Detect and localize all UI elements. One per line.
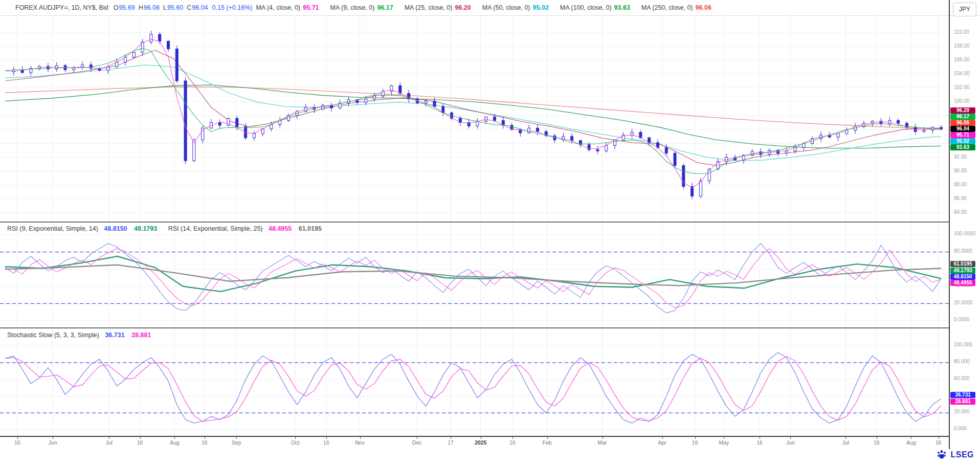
time-axis-label: Jul (842, 439, 849, 446)
stoch-k-value: 36.731 (105, 332, 124, 339)
time-axis-label: Jun (49, 439, 57, 446)
lseg-logo-text: LSEG (950, 450, 974, 459)
y-axis-tick: 20.0000 (954, 300, 972, 305)
ohlc-l: L95.60 (163, 0, 183, 15)
price-badge: 48.8150 (950, 274, 975, 280)
y-axis-tick: 92.00 (954, 154, 967, 160)
time-axis-tick (174, 437, 175, 439)
ma-legend-item[interactable]: MA (100, close, 0)93.63 (560, 0, 630, 15)
main-chart-canvas[interactable] (0, 15, 949, 222)
time-axis-tick (326, 437, 327, 439)
time-axis-label: Aug (170, 439, 180, 446)
time-axis-tick (140, 437, 141, 439)
time-axis-tick (360, 437, 361, 439)
time-axis-tick (603, 437, 603, 439)
instrument-title[interactable]: FOREX AUDJPY=, 1D, NY$, Bid (15, 4, 108, 11)
time-axis-label: 16 (692, 439, 698, 446)
rsi9-label[interactable]: RSI (9, Exponential, Simple, 14) (7, 225, 98, 232)
rsi14-value: 48.4955 (269, 225, 292, 232)
time-axis-tick (877, 437, 877, 439)
stoch-legend[interactable]: Stochastic Slow (5, 3, 3, Simple) 36.731… (7, 332, 156, 339)
chart-legend-bar: FOREX AUDJPY=, 1D, NY$, BidO95.69H96.08L… (0, 0, 949, 15)
time-axis-tick (939, 437, 939, 439)
y-axis-tick: 84.00 (954, 209, 967, 215)
ma-legend-item[interactable]: MA (4, close, 0)95.71 (256, 0, 319, 15)
stoch-d-value: 28.881 (131, 332, 151, 339)
time-axis-label: 2025 (475, 439, 486, 446)
time-axis-tick (205, 437, 205, 439)
rsi9-signal-value: 49.1793 (134, 225, 157, 232)
price-badge: 95.02 (950, 138, 975, 144)
ohlc-c: C96.04 (187, 0, 208, 15)
time-axis-label: 16 (936, 439, 942, 446)
y-axis-tick: 86.00 (954, 195, 967, 201)
footer: LSEG (936, 448, 974, 461)
chart-application: FOREX AUDJPY=, 1D, NY$, BidO95.69H96.08L… (0, 0, 980, 463)
rsi14-label[interactable]: RSI (14, Exponential, Simple, 25) (168, 225, 263, 232)
stoch-label[interactable]: Stochastic Slow (5, 3, 3, Simple) (7, 332, 99, 339)
time-axis-tick (513, 437, 513, 439)
y-axis-tick: 88.00 (954, 182, 967, 187)
price-badge: 96.06 (950, 120, 975, 126)
time-axis-tick (790, 437, 791, 439)
stoch-canvas[interactable] (0, 328, 949, 436)
time-axis-label: 16 (509, 439, 516, 446)
ohlc-o: O95.69 (114, 0, 135, 15)
y-axis-tick: 80.0000 (954, 248, 972, 254)
y-axis-tick: 110.00 (954, 29, 969, 35)
rsi-canvas[interactable] (0, 223, 949, 327)
ma-legend-item[interactable]: MA (250, close, 0)96.06 (641, 0, 711, 15)
time-axis-tick (295, 437, 296, 439)
time-axis-tick (911, 437, 911, 439)
time-axis-label: Jun (786, 439, 795, 446)
time-axis-label: Oct (291, 439, 299, 446)
y-axis-tick: 100.00 (954, 98, 970, 104)
time-axis-tick (845, 437, 846, 439)
rsi9-value: 48.8150 (104, 225, 127, 232)
time-axis-label: Apr (658, 439, 666, 446)
y-axis-tick: 100.0000 (954, 231, 975, 236)
price-axis[interactable]: 110.00108.00106.00104.00102.00100.0092.0… (950, 0, 980, 449)
time-axis-tick (109, 437, 109, 439)
time-axis-label: 16 (137, 439, 143, 446)
price-badge: 96.17 (950, 114, 975, 120)
price-badge: 36.731 (950, 392, 975, 398)
rsi14-signal-value: 61.0195 (299, 225, 322, 232)
price-badge: 48.4955 (950, 280, 975, 286)
time-axis-tick (724, 437, 724, 439)
time-axis-label: 17 (448, 439, 454, 446)
price-badge: 93.63 (950, 144, 975, 150)
time-axis-tick (451, 437, 451, 439)
y-axis-tick: 0.0000 (954, 317, 970, 322)
ohlc-h: H96.08 (139, 0, 160, 15)
time-axis-label: Feb (543, 439, 552, 446)
rsi-legend[interactable]: RSI (9, Exponential, Simple, 14) 48.8150… (7, 225, 327, 232)
y-axis-tick: 60.000 (954, 376, 970, 381)
time-axis-label: 16 (14, 439, 20, 446)
time-axis-tick (662, 437, 663, 439)
time-axis-label: Jul (105, 439, 112, 446)
price-badge: 96.20 (950, 107, 975, 114)
y-axis-tick: 108.00 (954, 43, 970, 49)
y-axis-tick: 90.00 (954, 168, 967, 173)
time-axis-label: Dec (412, 439, 422, 446)
time-axis[interactable]: 16JunJul16Aug16SepOct16NovDec17202516Feb… (0, 437, 949, 449)
y-axis-tick: 106.00 (954, 57, 970, 62)
ma-legend-item[interactable]: MA (50, close, 0)95.02 (482, 0, 549, 15)
price-badge: 49.1793 (950, 268, 975, 274)
time-axis-tick (547, 437, 548, 439)
ma-legend-item[interactable]: MA (9, close, 0)96.17 (330, 0, 393, 15)
time-axis-label: 16 (202, 439, 208, 446)
change-value: 0.15 (+0.16%) (212, 0, 253, 15)
y-axis-tick: 80.000 (954, 359, 970, 364)
price-badge: 95.71 (950, 132, 975, 138)
y-axis-tick: 0.000 (954, 426, 967, 431)
time-axis-label: Mar (597, 439, 607, 446)
price-badge: 61.0195 (950, 261, 975, 267)
time-axis-label: Nov (355, 439, 365, 446)
y-axis-tick: 104.00 (954, 71, 970, 76)
ma-legend-item[interactable]: MA (25, close, 0)96.20 (405, 0, 471, 15)
time-axis-tick (236, 437, 237, 439)
y-axis-tick: 102.00 (954, 84, 970, 90)
time-axis-label: Sep (232, 439, 241, 446)
